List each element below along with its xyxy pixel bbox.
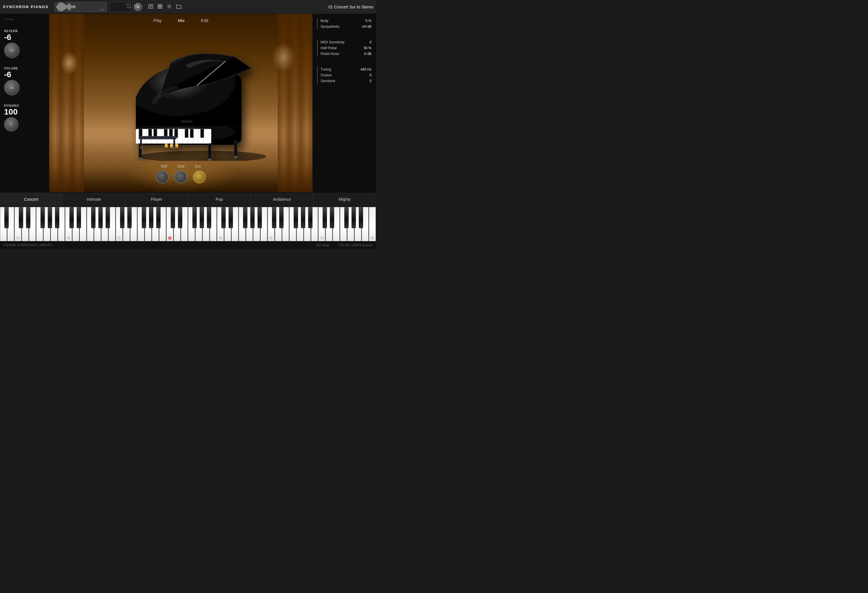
black-key[interactable] bbox=[359, 207, 363, 228]
sus-label: Sus bbox=[195, 164, 201, 168]
black-key[interactable] bbox=[279, 207, 283, 228]
preset-tab-pop[interactable]: Pop bbox=[188, 192, 251, 206]
black-key[interactable] bbox=[229, 207, 233, 228]
octave-marker: ① bbox=[16, 236, 20, 240]
tab-edit[interactable]: Edit bbox=[198, 17, 211, 24]
dynamic-knob-label: % bbox=[10, 122, 13, 126]
black-key[interactable] bbox=[40, 207, 45, 228]
level-low: -5.9 bbox=[127, 6, 131, 9]
black-key[interactable] bbox=[19, 207, 23, 228]
sus-button[interactable] bbox=[193, 171, 206, 183]
black-key[interactable] bbox=[323, 207, 327, 228]
grid-icon[interactable] bbox=[157, 4, 162, 10]
left-panel: 1.0.428 REVERB -6 dB VOLUME -6 dB bbox=[0, 14, 49, 192]
dynamic-label: DYNAMIC bbox=[4, 104, 20, 107]
semitone-label: Semitone bbox=[320, 79, 335, 83]
reverb-knob[interactable]: dB bbox=[4, 43, 20, 58]
black-key[interactable] bbox=[330, 207, 334, 228]
sost-button[interactable] bbox=[174, 171, 187, 183]
volume-knob[interactable]: dB bbox=[4, 80, 20, 96]
black-key[interactable] bbox=[142, 207, 146, 228]
black-key[interactable] bbox=[301, 207, 305, 228]
waveform-bar bbox=[68, 4, 68, 10]
dynamic-knob[interactable]: % bbox=[4, 117, 19, 131]
black-key[interactable] bbox=[26, 207, 30, 228]
waveform-bar bbox=[61, 3, 61, 11]
black-key[interactable] bbox=[351, 207, 356, 228]
tab-play[interactable]: Play bbox=[151, 17, 164, 24]
pedal-noise-label: Pedal Noise bbox=[320, 52, 340, 56]
black-key[interactable] bbox=[149, 207, 154, 228]
waveform-low-num: 24 bbox=[57, 8, 60, 11]
black-key[interactable] bbox=[171, 207, 175, 228]
svg-rect-38 bbox=[208, 143, 211, 159]
waveform-bar bbox=[65, 4, 66, 9]
gear-icon[interactable] bbox=[167, 4, 172, 10]
waveform-bar bbox=[62, 2, 62, 12]
black-key[interactable] bbox=[200, 207, 204, 228]
black-key[interactable] bbox=[4, 207, 9, 228]
black-key[interactable] bbox=[294, 207, 298, 228]
svg-point-8 bbox=[168, 6, 170, 7]
black-key[interactable] bbox=[257, 207, 262, 228]
black-key[interactable] bbox=[127, 207, 131, 228]
preset-tab-intimate[interactable]: Intimate bbox=[63, 192, 125, 206]
preset-tab-player[interactable]: Player bbox=[125, 192, 188, 206]
waveform-bar bbox=[69, 3, 70, 10]
black-key[interactable] bbox=[120, 207, 124, 228]
black-key[interactable] bbox=[308, 207, 313, 228]
svg-text:YAMAHA: YAMAHA bbox=[180, 120, 193, 123]
svg-rect-33 bbox=[201, 129, 204, 138]
status-right: 192 voices 2.00 GB / 142824 samples bbox=[316, 243, 373, 247]
black-key[interactable] bbox=[48, 207, 52, 228]
svg-rect-32 bbox=[190, 129, 193, 138]
preset-tab-ambience[interactable]: Ambience bbox=[251, 192, 314, 206]
svg-rect-47 bbox=[140, 147, 142, 148]
black-key[interactable] bbox=[192, 207, 197, 228]
sost-label: Sost bbox=[177, 164, 184, 168]
svg-rect-7 bbox=[160, 7, 162, 8]
black-key[interactable] bbox=[221, 207, 226, 228]
black-key[interactable] bbox=[55, 207, 59, 228]
svg-rect-39 bbox=[234, 140, 237, 156]
pedal-controls: Soft Sost Sus bbox=[156, 164, 206, 183]
white-key[interactable]: ⑧ bbox=[369, 207, 376, 241]
black-key[interactable] bbox=[272, 207, 276, 228]
black-key[interactable] bbox=[77, 207, 81, 228]
black-key[interactable] bbox=[178, 207, 182, 228]
black-key[interactable] bbox=[98, 207, 103, 228]
light-spot-left bbox=[61, 52, 78, 75]
black-key[interactable] bbox=[207, 207, 211, 228]
octave-marker: ⑦ bbox=[320, 236, 323, 240]
black-key[interactable] bbox=[156, 207, 161, 228]
svg-rect-5 bbox=[160, 4, 162, 6]
preset-tab-mighty[interactable]: Mighty bbox=[313, 192, 376, 206]
body-value: 0 % bbox=[365, 19, 372, 23]
tuning-value: 440 Hz bbox=[360, 67, 372, 71]
black-key[interactable] bbox=[344, 207, 348, 228]
folder-icon[interactable] bbox=[176, 4, 182, 10]
tab-mix[interactable]: Mix bbox=[176, 17, 187, 24]
black-key[interactable] bbox=[91, 207, 96, 228]
black-key[interactable] bbox=[106, 207, 110, 228]
right-panel: Body 0 % Sympathetic -inf dB MIDI Sensit… bbox=[313, 14, 376, 192]
svg-point-42 bbox=[234, 156, 238, 158]
black-key[interactable] bbox=[250, 207, 255, 228]
level-meter: -14.1 -5.9 bbox=[109, 2, 133, 12]
octave-marker: ⑥ bbox=[269, 236, 273, 240]
preset-tab-concert[interactable]: Concert bbox=[0, 192, 63, 206]
svg-rect-46 bbox=[174, 139, 175, 148]
keyboard-area: ①②③④⑤⑥⑦⑧ bbox=[0, 207, 376, 241]
soft-button[interactable] bbox=[156, 171, 169, 183]
edit-icon[interactable] bbox=[148, 4, 154, 10]
master-knob[interactable]: -6 bbox=[134, 3, 142, 11]
black-key[interactable] bbox=[69, 207, 74, 228]
waveform-bar bbox=[64, 4, 65, 10]
black-key[interactable] bbox=[243, 207, 247, 228]
svg-rect-34 bbox=[165, 143, 168, 148]
content-row: 1.0.428 REVERB -6 dB VOLUME -6 dB bbox=[0, 14, 376, 192]
waveform-area[interactable]: 24 109 bbox=[55, 2, 106, 12]
pedal-labels: Soft Sost Sus bbox=[161, 164, 201, 168]
volume-label: VOLUME bbox=[4, 67, 18, 70]
waveform-bar bbox=[63, 3, 64, 10]
